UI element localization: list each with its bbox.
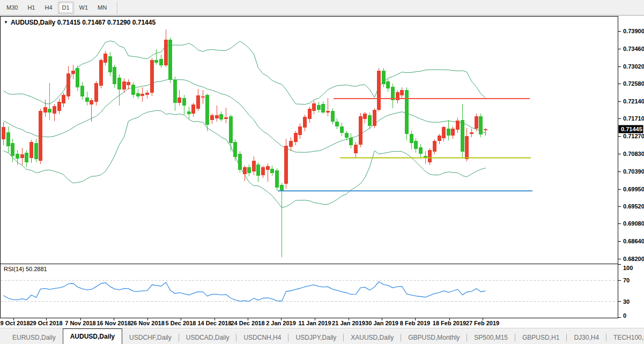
candle-body (298, 126, 302, 135)
tab-gbpusd-monthly[interactable]: GBPUSD,Monthly (401, 332, 467, 344)
candle-body (354, 145, 358, 153)
timeframe-button-w1[interactable]: W1 (75, 2, 93, 14)
rsi-pane (1, 264, 618, 318)
chart-title: ▼AUDUSD,Daily 0.71415 0.71467 0.71290 0.… (4, 19, 156, 26)
candle-body (261, 167, 265, 175)
candle-body (168, 40, 172, 80)
tab-eurusd-daily[interactable]: EURUSD,Daily (5, 332, 63, 344)
tab-tech100-h1[interactable]: TECH100,H1 (606, 332, 644, 344)
time-axis-label: 19 Oct 2018 (0, 320, 30, 326)
candle-body (215, 115, 219, 118)
candle-body (456, 121, 460, 130)
candle-body (2, 127, 5, 139)
timeframe-toolbar: M30H1H4D1W1MN (0, 0, 644, 16)
candle-body (368, 115, 372, 125)
candle-body (16, 154, 19, 159)
candle-body (289, 141, 293, 147)
candle-body (196, 95, 200, 109)
candle-body (479, 116, 483, 134)
time-axis-label: 26 Nov 2018 (130, 320, 165, 326)
candle-body (66, 73, 70, 96)
candle-body (173, 80, 177, 103)
candle-body (345, 133, 349, 138)
candle-body (145, 93, 149, 95)
candle-body (127, 82, 130, 85)
price-axis-label: 0.69950 (623, 186, 644, 192)
chart-ohlc: 0.71415 0.71467 0.71290 0.71445 (57, 19, 156, 26)
candle-body (410, 134, 413, 143)
rsi-axis-label: 30 (623, 298, 630, 305)
candle-body (270, 169, 274, 173)
candle-body (224, 117, 228, 119)
tab-usdchf-daily[interactable]: USDCHF,Daily (122, 332, 179, 344)
price-axis-label: 0.71270 (623, 133, 644, 139)
candle-body (20, 154, 24, 158)
candle-body (238, 154, 242, 170)
timeframe-button-mn[interactable]: MN (93, 2, 111, 14)
time-axis-label: 16 Nov 2018 (97, 320, 131, 326)
candle-body (90, 100, 93, 104)
candle-body (34, 143, 38, 159)
candle-body (154, 60, 158, 63)
chart-surface[interactable]: 0.739000.734600.730200.725800.721400.717… (0, 0, 644, 344)
candle-body (136, 93, 140, 97)
tab-usdcnh-h4[interactable]: USDCNH,H4 (236, 332, 288, 344)
candle-body (312, 103, 316, 111)
time-axis: 19 Oct 201829 Oct 20187 Nov 201816 Nov 2… (0, 318, 499, 327)
timeframe-button-m30[interactable]: M30 (2, 2, 22, 14)
candle-body (159, 59, 163, 65)
candle-body (99, 60, 103, 86)
price-axis-label: 0.70390 (623, 168, 644, 175)
candle-body (6, 132, 10, 146)
candle-body (11, 143, 14, 156)
candle-body (363, 114, 367, 119)
tab-xauusd-daily[interactable]: XAUUSD,Daily (344, 332, 401, 344)
candle-body (475, 116, 478, 129)
candle-body (164, 40, 168, 65)
candle-body (122, 81, 126, 89)
candle-body (438, 136, 441, 141)
candle-body (57, 102, 61, 111)
tab-usdcad-daily[interactable]: USDCAD,Daily (179, 332, 236, 344)
candle-body (386, 81, 390, 88)
rsi-indicator-label: RSI(14) 50.2881 (4, 266, 47, 272)
candle-body (177, 98, 181, 103)
candle-body (461, 120, 464, 152)
tab-sp500-m15[interactable]: SP500,M15 (467, 332, 515, 344)
timeframe-button-d1[interactable]: D1 (58, 2, 74, 14)
candle-body (210, 115, 214, 119)
candle-body (451, 129, 455, 136)
timeframe-button-h4[interactable]: H4 (40, 2, 56, 14)
tab-usdjpy-daily[interactable]: USDJPY,Daily (288, 332, 343, 344)
candle-body (205, 95, 209, 125)
time-axis-label: 11 Jan 2019 (298, 320, 331, 326)
tab-dj30-h4[interactable]: DJ30,H4 (567, 332, 606, 344)
rsi-axis-label: 70 (623, 277, 630, 283)
main-price-pane (1, 17, 618, 264)
time-axis-label: 2 Jan 2019 (266, 320, 296, 326)
price-axis: 0.739000.734600.730200.725800.721400.717… (618, 28, 644, 262)
candle-body (359, 116, 362, 145)
candle-body (62, 95, 65, 103)
candle-body (326, 111, 330, 113)
price-axis-label: 0.73460 (623, 46, 644, 52)
candle-body (465, 136, 469, 159)
candle-body (275, 170, 279, 188)
timeframe-button-h1[interactable]: H1 (23, 2, 39, 14)
candle-body (117, 78, 121, 89)
candle-body (182, 98, 186, 105)
tab-audusd-daily[interactable]: AUDUSD,Daily (63, 328, 122, 344)
candle-body (150, 60, 154, 93)
tab-gbpusd-h1[interactable]: GBPUSD,H1 (515, 332, 566, 344)
candle-body (29, 142, 33, 158)
candle-body (303, 117, 307, 128)
time-axis-label: 7 Nov 2018 (65, 320, 95, 326)
price-axis-label: 0.68640 (623, 238, 644, 244)
time-axis-label: 5 Dec 2018 (166, 320, 196, 326)
candle-body (140, 94, 144, 96)
candle-body (280, 185, 284, 191)
candle-body (428, 150, 432, 162)
candle-body (331, 111, 335, 122)
candle-body (252, 161, 256, 171)
symbol-dropdown-icon: ▼ (4, 20, 8, 25)
